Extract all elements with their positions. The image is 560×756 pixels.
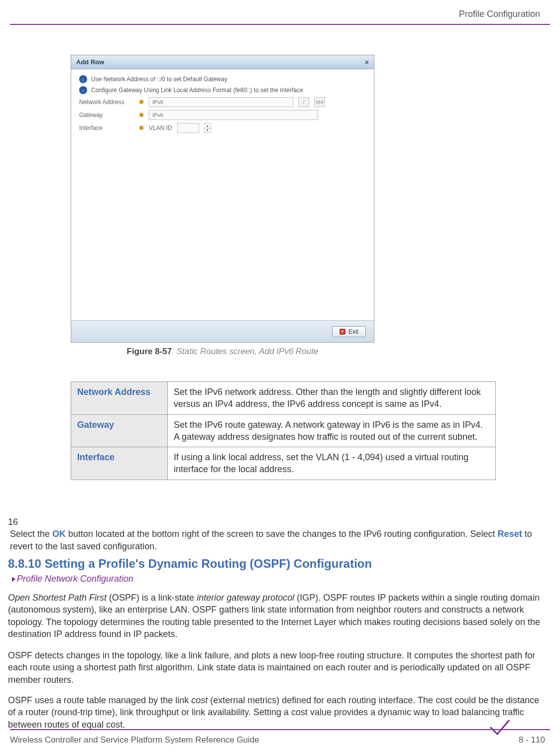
table-row: Network Address Set the IPv6 network add… bbox=[71, 382, 496, 415]
step-number: 16 bbox=[8, 516, 20, 528]
prefix-mask-input[interactable]: M4 bbox=[314, 97, 325, 107]
info-icon: ↓ bbox=[79, 86, 87, 94]
footer-document-title: Wireless Controller and Service Platform… bbox=[10, 735, 259, 745]
table-row: Gateway Set the IPv6 route gateway. A ne… bbox=[71, 414, 496, 447]
header-divider bbox=[10, 24, 550, 25]
add-row-dialog: Add Row × ↓ Use Network Address of ::/0 … bbox=[71, 55, 374, 343]
gateway-label: Gateway bbox=[79, 112, 134, 119]
vlan-id-input[interactable] bbox=[177, 123, 199, 133]
italic-term: Open Shortest Path First bbox=[8, 593, 107, 603]
dialog-body: ↓ Use Network Address of ::/0 to set Def… bbox=[71, 69, 374, 139]
vlan-id-label: VLAN ID bbox=[149, 125, 172, 131]
param-label: Gateway bbox=[71, 414, 168, 447]
gateway-input[interactable] bbox=[149, 110, 318, 120]
vlan-id-stepper[interactable]: ▲ ▼ bbox=[204, 123, 211, 133]
prefix-slash: / bbox=[298, 97, 309, 107]
footer-divider bbox=[10, 729, 550, 730]
param-label: Network Address bbox=[71, 382, 168, 415]
info-row-default-gateway: ↓ Use Network Address of ::/0 to set Def… bbox=[79, 75, 366, 83]
param-desc: Set the IPv6 network address. Other than… bbox=[168, 382, 496, 415]
breadcrumb-text: Profile Network Configuration bbox=[17, 574, 133, 584]
network-address-row: Network Address ✱ / M4 bbox=[79, 97, 366, 107]
info-text: Configure Gateway Using Link Local Addre… bbox=[91, 87, 303, 94]
param-label: Interface bbox=[71, 447, 168, 480]
step-text-fragment: Select the bbox=[10, 529, 52, 539]
close-icon: ✕ bbox=[339, 329, 345, 335]
figure-description: Static Routes screen, Add IPv6 Route bbox=[177, 347, 319, 356]
figure-number: Figure 8-57 bbox=[127, 347, 172, 356]
network-address-input[interactable] bbox=[149, 97, 293, 107]
required-star-icon: ✱ bbox=[139, 99, 144, 106]
checkmark-icon bbox=[489, 719, 510, 735]
info-row-link-local: ↓ Configure Gateway Using Link Local Add… bbox=[79, 86, 366, 94]
interface-label: Interface bbox=[79, 125, 134, 131]
italic-term: interior gateway protocol bbox=[197, 593, 294, 603]
text-fragment: (OSPF) is a link-state bbox=[107, 593, 197, 603]
paragraph-ospf-intro: Open Shortest Path First (OSPF) is a lin… bbox=[8, 592, 546, 640]
info-icon: ↓ bbox=[79, 75, 87, 83]
dialog-titlebar: Add Row × bbox=[71, 55, 374, 69]
exit-button-label: Exit bbox=[348, 328, 358, 335]
step-text-fragment: button located at the bottom right of th… bbox=[66, 529, 498, 539]
step-16: 16 Select the OK button located at the b… bbox=[8, 516, 546, 552]
ok-emphasis: OK bbox=[52, 529, 66, 539]
figure-caption: Figure 8-57 Static Routes screen, Add IP… bbox=[71, 347, 374, 357]
exit-button[interactable]: ✕ Exit bbox=[332, 326, 366, 337]
paragraph-ospf-cost: OSPF uses a route table managed by the l… bbox=[8, 694, 546, 731]
info-text: Use Network Address of ::/0 to set Defau… bbox=[91, 76, 227, 83]
gateway-row: Gateway ✱ bbox=[79, 110, 366, 120]
interface-row: Interface ✱ VLAN ID ▲ ▼ bbox=[79, 123, 366, 133]
footer-page-number: 8 - 110 bbox=[519, 735, 545, 745]
dialog-title-text: Add Row bbox=[76, 58, 104, 66]
breadcrumb: Profile Network Configuration bbox=[12, 574, 133, 584]
required-star-icon: ✱ bbox=[139, 125, 144, 131]
text-fragment: OSPF uses a route table managed by the l… bbox=[8, 695, 191, 705]
italic-term: cost bbox=[191, 695, 208, 705]
param-desc: If using a link local address, set the V… bbox=[168, 447, 496, 480]
required-star-icon: ✱ bbox=[139, 112, 144, 119]
parameter-table: Network Address Set the IPv6 network add… bbox=[71, 381, 496, 480]
param-desc: Set the IPv6 route gateway. A network ga… bbox=[168, 414, 496, 447]
screenshot-figure: Add Row × ↓ Use Network Address of ::/0 … bbox=[71, 55, 374, 357]
chevron-down-icon[interactable]: ▼ bbox=[205, 128, 211, 133]
step-text: Select the OK button located at the bott… bbox=[10, 528, 533, 552]
section-heading: 8.8.10 Setting a Profile's Dynamic Routi… bbox=[8, 557, 372, 571]
dialog-footer: ✕ Exit bbox=[71, 320, 374, 342]
reset-emphasis: Reset bbox=[498, 529, 522, 539]
close-icon[interactable]: × bbox=[365, 58, 369, 66]
table-row: Interface If using a link local address,… bbox=[71, 447, 496, 480]
paragraph-ospf-topology: OSPF detects changes in the topology, li… bbox=[8, 649, 546, 686]
arrow-right-icon bbox=[12, 577, 15, 582]
chevron-up-icon[interactable]: ▲ bbox=[205, 124, 211, 128]
network-address-label: Network Address bbox=[79, 99, 134, 106]
header-section-title: Profile Configuration bbox=[459, 9, 540, 19]
